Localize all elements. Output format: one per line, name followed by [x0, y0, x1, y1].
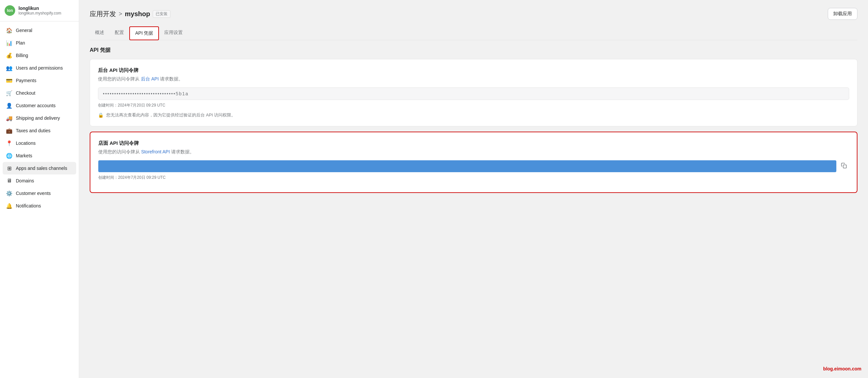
- sidebar-profile[interactable]: lon longlikun longlikun.myshopify.com: [0, 0, 79, 22]
- sidebar-item-checkout[interactable]: 🛒 Checkout: [3, 87, 76, 99]
- tab-app-settings[interactable]: 应用设置: [159, 26, 188, 40]
- storefront-token-field: [98, 160, 849, 172]
- sidebar-item-label: Billing: [16, 53, 28, 58]
- status-badge: 已安装: [153, 10, 170, 18]
- storefront-api-card: 店面 API 访问令牌 使用您的访问令牌从 Storefront API 请求数…: [90, 132, 858, 193]
- sidebar-item-payments[interactable]: 💳 Payments: [3, 74, 76, 87]
- notifications-icon: 🔔: [6, 202, 12, 209]
- taxes-icon: 💼: [6, 127, 12, 134]
- sidebar-item-label: Taxes and duties: [16, 128, 51, 133]
- watermark: blog.eimoon.com: [823, 366, 861, 371]
- sidebar-item-domains[interactable]: 🖥 Domains: [3, 175, 76, 187]
- sidebar-item-label: Locations: [16, 140, 36, 146]
- apps-icon: ⊞: [6, 165, 12, 171]
- sidebar-item-customer-events[interactable]: ⚙️ Customer events: [3, 187, 76, 199]
- username: longlikun: [19, 6, 61, 11]
- sidebar-item-label: Payments: [16, 78, 36, 83]
- sidebar-item-label: Customer events: [16, 191, 51, 196]
- sidebar-item-notifications[interactable]: 🔔 Notifications: [3, 199, 76, 212]
- profile-info: longlikun longlikun.myshopify.com: [19, 6, 61, 15]
- domains-icon: 🖥: [6, 178, 12, 184]
- customer-accounts-icon: 👤: [6, 102, 12, 109]
- sidebar-item-label: Notifications: [16, 203, 41, 209]
- warning-text: 您无法再次查看此内容，因为它提供经过验证的后台 API 访问权限。: [106, 112, 236, 118]
- tab-config[interactable]: 配置: [110, 26, 129, 40]
- backend-card-description: 使用您的访问令牌从 后台 API 请求数据。: [98, 76, 849, 82]
- backend-api-link[interactable]: 后台 API: [141, 76, 159, 82]
- sidebar-item-label: Apps and sales channels: [16, 165, 67, 171]
- sidebar-item-label: Checkout: [16, 90, 35, 96]
- tab-overview[interactable]: 概述: [90, 26, 110, 40]
- storefront-token-timestamp: 创建时间：2024年7月20日 09:29 UTC: [98, 175, 849, 181]
- sidebar-item-label: General: [16, 28, 32, 33]
- backend-token-timestamp: 创建时间：2024年7月20日 09:29 UTC: [98, 102, 849, 108]
- locations-icon: 📍: [6, 140, 12, 147]
- breadcrumb-link[interactable]: 应用开发: [90, 9, 116, 19]
- checkout-icon: 🛒: [6, 90, 12, 96]
- storefront-api-link[interactable]: Storefront API: [141, 149, 170, 154]
- breadcrumb: 应用开发 > myshop 已安装: [90, 9, 170, 19]
- sidebar-item-plan[interactable]: 📊 Plan: [3, 37, 76, 49]
- payments-icon: 💳: [6, 77, 12, 84]
- page-title: API 凭据: [90, 47, 858, 54]
- tab-api-credentials[interactable]: API 凭据: [129, 26, 159, 40]
- lock-icon: 🔒: [98, 113, 103, 118]
- backend-card-title: 后台 API 访问令牌: [98, 67, 849, 73]
- sidebar: lon longlikun longlikun.myshopify.com 🏠 …: [0, 0, 79, 378]
- svg-rect-0: [843, 165, 846, 168]
- tabs: 概述 配置 API 凭据 应用设置: [90, 26, 858, 40]
- sidebar-item-general[interactable]: 🏠 General: [3, 24, 76, 37]
- backend-token-field: ••••••••••••••••••••••••••••••••5b1a: [98, 87, 849, 100]
- general-icon: 🏠: [6, 27, 12, 34]
- shop-domain: longlikun.myshopify.com: [19, 11, 61, 15]
- sidebar-item-label: Customer accounts: [16, 103, 56, 108]
- copy-token-button[interactable]: [839, 161, 849, 172]
- storefront-token-value: [98, 160, 836, 172]
- backend-token-input: ••••••••••••••••••••••••••••••••5b1a: [98, 87, 849, 100]
- backend-api-card: 后台 API 访问令牌 使用您的访问令牌从 后台 API 请求数据。 •••••…: [90, 59, 858, 126]
- sidebar-item-locations[interactable]: 📍 Locations: [3, 137, 76, 150]
- sidebar-item-shipping[interactable]: 🚚 Shipping and delivery: [3, 112, 76, 124]
- sidebar-item-label: Plan: [16, 40, 25, 45]
- billing-icon: 💰: [6, 52, 12, 59]
- sidebar-item-taxes[interactable]: 💼 Taxes and duties: [3, 124, 76, 137]
- shipping-icon: 🚚: [6, 115, 12, 121]
- sidebar-item-billing[interactable]: 💰 Billing: [3, 49, 76, 62]
- sidebar-nav: 🏠 General 📊 Plan 💰 Billing 👥 Users and p…: [0, 24, 79, 212]
- storefront-card-description: 使用您的访问令牌从 Storefront API 请求数据。: [98, 149, 849, 155]
- backend-token-warning: 🔒 您无法再次查看此内容，因为它提供经过验证的后台 API 访问权限。: [98, 112, 849, 118]
- main-content: 应用开发 > myshop 已安装 卸载应用 概述 配置 API 凭据 应用设置…: [79, 0, 868, 378]
- sidebar-item-users[interactable]: 👥 Users and permissions: [3, 62, 76, 74]
- users-icon: 👥: [6, 65, 12, 71]
- sidebar-item-label: Users and permissions: [16, 65, 63, 71]
- breadcrumb-current: myshop: [125, 10, 150, 18]
- sidebar-item-label: Shipping and delivery: [16, 116, 60, 121]
- page-header: 应用开发 > myshop 已安装 卸载应用: [90, 8, 858, 20]
- customer-events-icon: ⚙️: [6, 190, 12, 197]
- sidebar-item-apps[interactable]: ⊞ Apps and sales channels: [3, 162, 76, 175]
- breadcrumb-separator: >: [119, 10, 122, 18]
- sidebar-item-markets[interactable]: 🌐 Markets: [3, 150, 76, 162]
- plan-icon: 📊: [6, 39, 12, 46]
- sidebar-item-label: Domains: [16, 178, 34, 183]
- uninstall-button[interactable]: 卸载应用: [828, 8, 858, 20]
- avatar: lon: [5, 5, 15, 16]
- storefront-card-title: 店面 API 访问令牌: [98, 140, 849, 147]
- sidebar-item-label: Markets: [16, 153, 32, 158]
- sidebar-item-customer-accounts[interactable]: 👤 Customer accounts: [3, 99, 76, 112]
- markets-icon: 🌐: [6, 152, 12, 159]
